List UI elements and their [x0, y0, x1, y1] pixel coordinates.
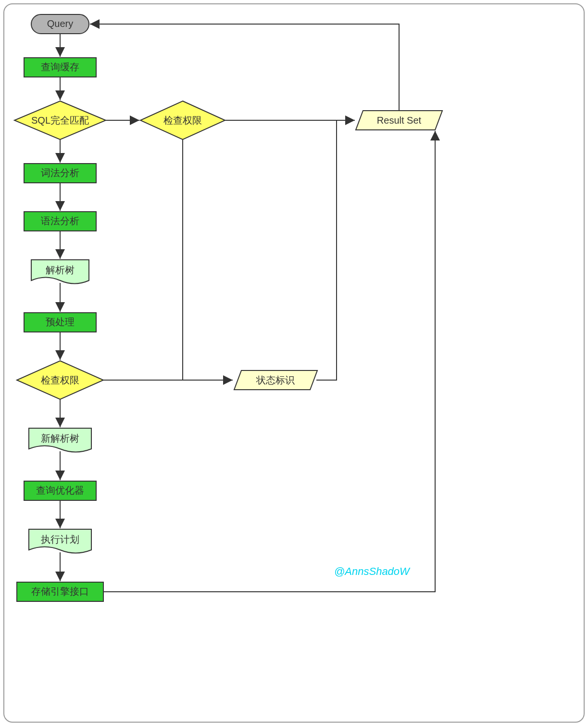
- watermark-text: @AnnsShadoW: [334, 565, 411, 577]
- node-preprocess-label: 预处理: [46, 317, 75, 327]
- node-check-perm-2: 检查权限: [17, 361, 103, 399]
- node-sql-match-label: SQL完全匹配: [31, 115, 89, 126]
- node-result-set: Result Set: [356, 111, 442, 130]
- node-result-set-label: Result Set: [377, 115, 422, 126]
- node-optimizer: 查询优化器: [24, 481, 96, 500]
- edge-status-up: [316, 120, 337, 380]
- node-lexical: 词法分析: [24, 164, 96, 183]
- node-storage-engine-label: 存储引擎接口: [31, 586, 89, 597]
- diagram-border: [4, 4, 584, 722]
- node-parse-tree: 解析树: [31, 260, 89, 284]
- node-check-perm-1-label: 检查权限: [163, 115, 202, 126]
- node-new-parse-tree-label: 新解析树: [41, 433, 79, 444]
- node-query-cache: 查询缓存: [24, 58, 96, 77]
- node-check-perm-1: 检查权限: [140, 101, 225, 140]
- node-lexical-label: 词法分析: [41, 167, 79, 178]
- node-new-parse-tree: 新解析树: [29, 428, 91, 452]
- node-status-flag: 状态标识: [234, 370, 317, 390]
- edge-result-to-start: [90, 24, 399, 111]
- node-start-label: Query: [47, 18, 73, 29]
- node-exec-plan: 执行计划: [29, 529, 91, 553]
- node-check-perm-2-label: 检查权限: [41, 375, 79, 385]
- node-syntax: 语法分析: [24, 212, 96, 231]
- node-start: Query: [31, 14, 89, 34]
- node-query-cache-label: 查询缓存: [41, 62, 79, 72]
- node-optimizer-label: 查询优化器: [36, 485, 84, 496]
- node-sql-match: SQL完全匹配: [14, 101, 106, 140]
- node-status-flag-label: 状态标识: [256, 375, 295, 385]
- node-parse-tree-label: 解析树: [46, 265, 75, 275]
- node-preprocess: 预处理: [24, 313, 96, 332]
- node-exec-plan-label: 执行计划: [41, 534, 79, 545]
- flowchart-diagram: Query 查询缓存 SQL完全匹配 检查权限 Result Set 词法分析: [0, 0, 588, 726]
- node-storage-engine: 存储引擎接口: [17, 582, 103, 601]
- node-syntax-label: 语法分析: [41, 216, 79, 226]
- edge-storage-to-result: [103, 131, 435, 592]
